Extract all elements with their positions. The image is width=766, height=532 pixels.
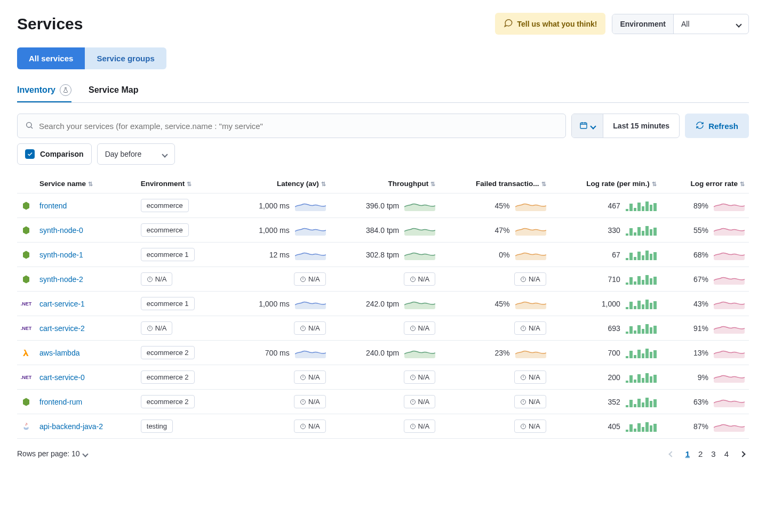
sort-icon: ⇅	[740, 181, 745, 187]
table-row: synth-node-2N/AN/AN/AN/A71067%	[17, 267, 749, 292]
calendar-icon	[579, 121, 588, 131]
subtab-service-map[interactable]: Service Map	[89, 84, 138, 102]
na-badge: N/A	[294, 321, 326, 335]
node-icon	[21, 397, 31, 407]
page-title: Services	[17, 15, 83, 33]
na-badge: N/A	[404, 395, 436, 408]
feedback-button[interactable]: Tell us what you think!	[495, 13, 606, 35]
env-badge: ecommerce 1	[141, 297, 195, 310]
subtab-inventory[interactable]: Inventory	[17, 84, 71, 102]
na-badge: N/A	[294, 420, 326, 433]
page-number[interactable]: 2	[694, 447, 707, 461]
na-badge: N/A	[294, 370, 326, 384]
node-icon	[21, 201, 31, 211]
env-badge: ecommerce 1	[141, 248, 195, 261]
na-badge: N/A	[404, 321, 436, 335]
search-input[interactable]	[39, 122, 558, 131]
na-badge: N/A	[514, 395, 546, 408]
comment-icon	[504, 18, 513, 29]
chevron-down-icon	[83, 449, 87, 458]
env-badge: ecommerce 2	[141, 346, 195, 359]
table-row: frontend-rumecommerce 2N/AN/AN/A35263%	[17, 390, 749, 414]
beaker-icon	[60, 84, 71, 96]
refresh-icon	[696, 121, 704, 131]
tab-all-services[interactable]: All services	[17, 47, 85, 69]
comparison-checkbox[interactable]: Comparison	[17, 143, 92, 165]
na-badge: N/A	[514, 420, 546, 433]
svg-point-0	[27, 122, 31, 127]
service-link[interactable]: api-backend-java-2	[39, 422, 103, 431]
services-table: Service name⇅ Environment⇅ Latency (av)⇅…	[17, 174, 749, 439]
page-number[interactable]: 3	[707, 447, 720, 461]
service-link[interactable]: synth-node-0	[39, 226, 83, 235]
env-badge: ecommerce 2	[141, 395, 195, 408]
page-next-button[interactable]	[736, 447, 749, 460]
sort-icon: ⇅	[88, 181, 93, 187]
search-icon	[25, 121, 34, 131]
service-link[interactable]: synth-node-2	[39, 275, 83, 284]
col-logerr[interactable]: Log error rate⇅	[661, 174, 749, 194]
col-service[interactable]: Service name⇅	[35, 174, 137, 194]
dotnet-icon: .NET	[21, 324, 31, 333]
na-badge: N/A	[294, 272, 326, 286]
environment-select[interactable]: Environment All	[612, 14, 749, 34]
na-badge: N/A	[514, 272, 546, 286]
na-badge: N/A	[404, 420, 436, 433]
page-number[interactable]: 1	[681, 447, 694, 461]
service-link[interactable]: aws-lambda	[39, 349, 79, 357]
table-row: aws-lambdaecommerce 2700 ms240.0 tpm23%7…	[17, 341, 749, 365]
col-throughput[interactable]: Throughput⇅	[330, 174, 440, 194]
page-prev-button[interactable]	[665, 447, 678, 460]
sort-icon: ⇅	[187, 181, 192, 187]
chevron-down-icon	[591, 122, 595, 130]
service-link[interactable]: synth-node-1	[39, 251, 83, 259]
tab-service-groups[interactable]: Service groups	[85, 47, 166, 69]
col-env[interactable]: Environment⇅	[137, 174, 224, 194]
page-number[interactable]: 4	[720, 447, 733, 461]
sort-icon: ⇅	[541, 181, 546, 187]
na-badge: N/A	[141, 321, 173, 335]
sort-icon: ⇅	[321, 181, 326, 187]
service-link[interactable]: cart-service-2	[39, 324, 85, 333]
table-row: frontendecommerce1,000 ms396.0 tpm45%467…	[17, 194, 749, 218]
chevron-down-icon	[737, 20, 741, 28]
table-row: .NETcart-service-1ecommerce 11,000 ms242…	[17, 292, 749, 316]
env-badge: ecommerce	[141, 199, 189, 212]
service-link[interactable]: frontend	[39, 201, 67, 210]
col-lograte[interactable]: Log rate (per min.)⇅	[550, 174, 661, 194]
checkbox-checked-icon	[25, 149, 35, 159]
env-badge: ecommerce	[141, 223, 189, 237]
table-row: api-backend-java-2testingN/AN/AN/A40587%	[17, 414, 749, 439]
search-input-wrapper[interactable]	[17, 114, 566, 138]
na-badge: N/A	[514, 370, 546, 384]
env-badge: testing	[141, 420, 173, 433]
dotnet-icon: .NET	[21, 373, 31, 382]
na-badge: N/A	[514, 321, 546, 335]
chevron-down-icon	[163, 150, 167, 158]
col-latency[interactable]: Latency (av)⇅	[224, 174, 330, 194]
node-icon	[21, 250, 31, 260]
service-link[interactable]: cart-service-0	[39, 373, 85, 382]
table-row: .NETcart-service-2N/AN/AN/AN/A69391%	[17, 316, 749, 341]
lambda-icon	[21, 348, 31, 358]
node-icon	[21, 275, 31, 284]
service-link[interactable]: frontend-rum	[39, 398, 82, 406]
pagination: 1234	[665, 447, 749, 460]
sort-icon: ⇅	[430, 181, 435, 187]
na-badge: N/A	[294, 395, 326, 408]
java-icon	[21, 422, 31, 431]
refresh-button[interactable]: Refresh	[685, 114, 749, 138]
na-badge: N/A	[404, 272, 436, 286]
sort-icon: ⇅	[652, 181, 657, 187]
col-failed[interactable]: Failed transactio...⇅	[440, 174, 550, 194]
date-range-picker[interactable]: Last 15 minutes	[571, 114, 680, 138]
dotnet-icon: .NET	[21, 299, 31, 309]
na-badge: N/A	[404, 370, 436, 384]
table-row: .NETcart-service-0ecommerce 2N/AN/AN/A20…	[17, 365, 749, 390]
rows-per-page-select[interactable]: Rows per page: 10	[17, 449, 87, 458]
svg-rect-1	[580, 123, 587, 128]
service-link[interactable]: cart-service-1	[39, 300, 85, 308]
node-icon	[21, 225, 31, 235]
comparison-period-select[interactable]: Day before	[97, 143, 175, 165]
env-badge: ecommerce 2	[141, 370, 195, 384]
